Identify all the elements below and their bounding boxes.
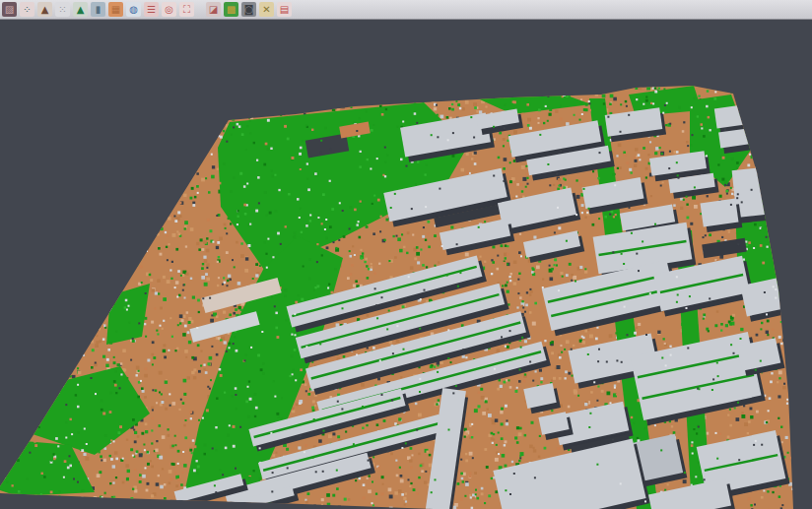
- classification-map-icon[interactable]: ▩: [224, 2, 238, 17]
- orthophoto-icon[interactable]: ▦: [108, 2, 123, 17]
- measure-icon[interactable]: ✕: [259, 2, 274, 17]
- sparse-points-icon[interactable]: ⁙: [55, 2, 70, 17]
- clip-box-icon[interactable]: ◪: [206, 2, 221, 17]
- dem-icon[interactable]: ▲: [73, 2, 88, 17]
- scatter-points-icon[interactable]: ⁘: [20, 2, 34, 17]
- settings-ring-icon[interactable]: ◎: [162, 2, 176, 17]
- 3d-viewport[interactable]: [0, 20, 812, 509]
- point-cloud-scene: [0, 20, 812, 509]
- toolbar-separator: [197, 2, 203, 17]
- profile-view-icon[interactable]: ▮: [91, 2, 105, 17]
- open-project-icon[interactable]: ▨: [2, 2, 17, 17]
- globe-icon[interactable]: ◍: [126, 2, 141, 17]
- snapshot-icon[interactable]: ◙: [241, 2, 256, 17]
- toolbar: ▨⁘▲⁙▲▮▦◍☰◎⛶◪▩◙✕▤: [0, 0, 812, 20]
- layer-list-icon[interactable]: ☰: [144, 2, 159, 17]
- select-region-icon[interactable]: ⛶: [179, 2, 194, 17]
- terrain-icon[interactable]: ▲: [37, 2, 52, 17]
- flag-note-icon[interactable]: ▤: [277, 2, 292, 17]
